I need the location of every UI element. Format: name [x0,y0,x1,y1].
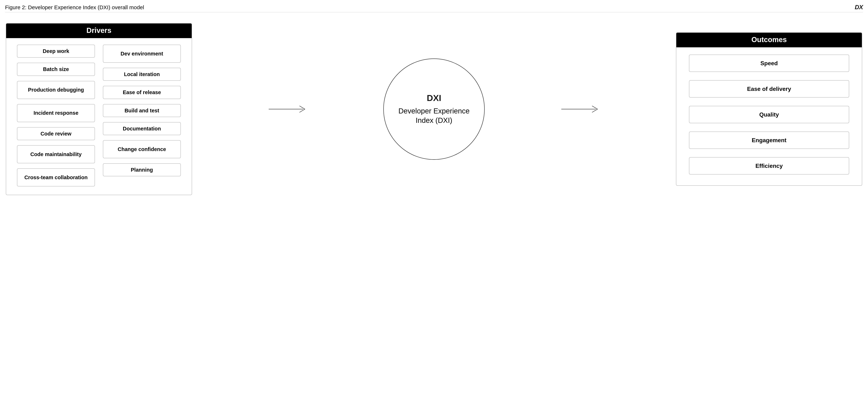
driver-item: Incident response [17,104,95,122]
driver-item: Code maintainability [17,145,95,163]
drivers-column-right: Dev environment Local iteration Ease of … [103,45,181,187]
figure-title: Figure 2: Developer Experience Index (DX… [5,4,144,10]
drivers-column-left: Deep work Batch size Production debuggin… [17,45,95,187]
driver-item: Production debugging [17,81,95,99]
driver-item: Planning [103,163,181,176]
arrow-drivers-to-center [267,104,309,114]
driver-item: Build and test [103,104,181,117]
driver-item: Dev environment [103,45,181,63]
dxi-label: Developer Experience Index (DXI) [391,106,477,125]
outcomes-panel: Outcomes Speed Ease of delivery Quality … [676,32,862,186]
driver-item: Deep work [17,45,95,58]
driver-item: Documentation [103,122,181,135]
outcome-item: Engagement [689,132,849,149]
outcome-item: Ease of delivery [689,80,849,98]
drivers-body: Deep work Batch size Production debuggin… [6,38,192,195]
driver-item: Cross-team collaboration [17,168,95,187]
arrow-center-to-outcomes [559,104,601,114]
outcomes-body: Speed Ease of delivery Quality Engagemen… [676,47,862,185]
figure-header: Figure 2: Developer Experience Index (DX… [5,4,863,12]
outcome-item: Quality [689,106,849,123]
driver-item: Ease of release [103,86,181,99]
outcomes-header: Outcomes [676,33,862,47]
drivers-panel: Drivers Deep work Batch size Production … [6,23,192,195]
diagram-container: Drivers Deep work Batch size Production … [5,23,863,195]
outcome-item: Speed [689,55,849,72]
driver-item: Change confidence [103,140,181,158]
arrow-right-icon [267,104,309,114]
driver-item: Local iteration [103,68,181,81]
drivers-header: Drivers [6,24,192,38]
outcome-item: Efficiency [689,157,849,174]
driver-item: Code review [17,127,95,140]
dxi-logo: DXI [427,93,441,103]
driver-item: Batch size [17,63,95,76]
dx-logo: DX [855,4,863,11]
arrow-right-icon [559,104,601,114]
dxi-circle: DXI Developer Experience Index (DXI) [383,59,485,160]
